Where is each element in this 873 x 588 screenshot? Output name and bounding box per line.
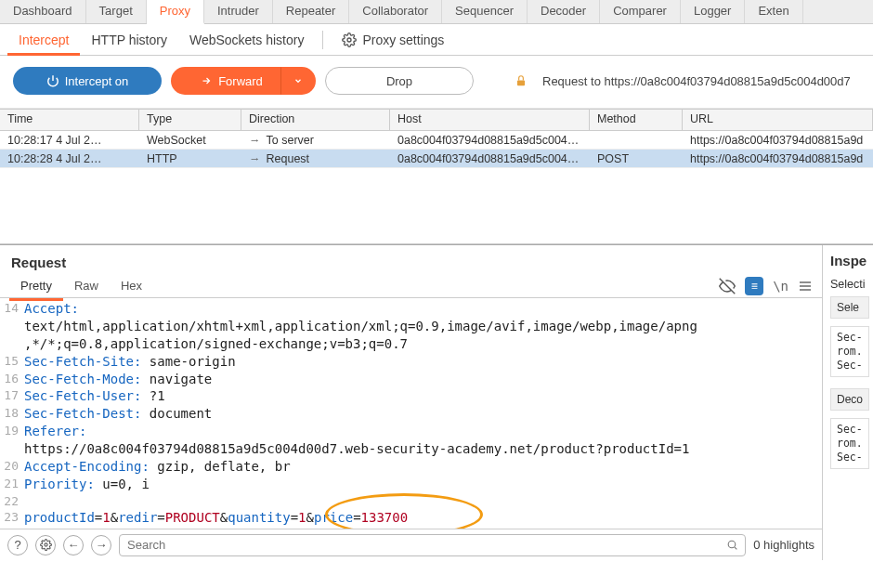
sub-tab-http-history[interactable]: HTTP history [80,27,177,53]
main-tab-collaborator[interactable]: Collaborator [349,0,442,23]
editor-actions: ≡ \n [719,277,813,295]
col-host[interactable]: Host [390,110,590,130]
back-icon[interactable]: ← [63,535,84,555]
proxy-sub-tabs: InterceptHTTP historyWebSockets history … [0,24,873,56]
svg-point-0 [347,38,351,42]
inspector-title: Inspe [830,253,869,268]
code-line: ,*/*;q=0.8,application/signed-exchange;v… [0,335,822,353]
inspector-decoded-header: Deco [830,388,869,411]
lock-icon [515,74,528,87]
intercept-table: Time Type Direction Host Method URL 10:2… [0,109,873,244]
inspector-decoded-code: Sec- rom. Sec- [830,418,869,469]
separator [322,31,323,49]
proxy-settings-label: Proxy settings [362,33,444,47]
main-tab-intruder[interactable]: Intruder [204,0,273,23]
view-tabs: PrettyRawHex ≡ \n [0,274,822,298]
code-line: 14Accept: [0,300,822,318]
request-title: Request [0,245,822,274]
forward-button-group: Forward [171,67,316,95]
code-line: https://0a8c004f03794d08815a9d5c004d00d7… [0,440,822,458]
request-target-label: Request to https://0a8c004f03794d08815a9… [542,74,860,88]
col-time[interactable]: Time [0,110,139,130]
inspector-selection-header: Sele [830,296,869,319]
main-tab-target[interactable]: Target [86,0,147,23]
power-icon [46,74,59,87]
proxy-settings-link[interactable]: Proxy settings [331,27,455,53]
search-icon[interactable] [726,539,738,551]
forward-button[interactable]: Forward [171,67,292,95]
col-url[interactable]: URL [683,110,873,130]
forward-dropdown-button[interactable] [280,67,316,95]
settings-icon[interactable] [35,535,56,555]
main-tab-comparer[interactable]: Comparer [600,0,681,23]
table-row[interactable]: 10:28:28 4 Jul 2…HTTP→Request0a8c004f037… [0,150,873,168]
editor-footer: ? ← → 0 highlights [0,529,822,560]
code-line: 16Sec-Fetch-Mode: navigate [0,371,822,388]
request-body-editor[interactable]: 14Accept:text/html,application/xhtml+xml… [0,298,822,529]
code-line: 21Priority: u=0, i [0,476,822,493]
arrow-right-icon [200,75,213,86]
request-panel: Request PrettyRawHex ≡ \n 14Accept:text/… [0,244,873,560]
sub-tab-websockets-history[interactable]: WebSockets history [178,27,315,53]
main-tab-sequencer[interactable]: Sequencer [442,0,528,23]
inspector-selection-label: Selecti [830,278,869,291]
inspector-panel: Inspe Selecti Sele Sec- rom. Sec- Deco S… [823,245,873,560]
svg-rect-2 [517,80,525,85]
request-editor: Request PrettyRawHex ≡ \n 14Accept:text/… [0,245,823,560]
search-input[interactable] [119,534,746,556]
forward-label: Forward [218,74,263,88]
view-tab-pretty[interactable]: Pretty [9,276,63,301]
intercept-toggle-button[interactable]: Intercept on [13,67,162,95]
intercept-label: Intercept on [65,74,129,88]
gear-icon [342,33,357,47]
table-header: Time Type Direction Host Method URL [0,109,873,131]
main-tab-dashboard[interactable]: Dashboard [0,0,86,23]
view-tab-hex[interactable]: Hex [110,276,153,298]
code-line: 23productId=1&redir=PRODUCT&quantity=1&p… [0,509,822,527]
main-tab-proxy[interactable]: Proxy [147,0,204,24]
forward-icon[interactable]: → [91,535,111,555]
main-tab-repeater[interactable]: Repeater [273,0,349,23]
code-line: 17Sec-Fetch-User: ?1 [0,387,822,405]
main-tab-decoder[interactable]: Decoder [528,0,600,23]
help-icon[interactable]: ? [7,535,28,555]
col-type[interactable]: Type [139,110,241,130]
main-tab-exten[interactable]: Exten [745,0,802,23]
svg-point-8 [728,541,736,548]
col-direction[interactable]: Direction [241,110,390,130]
col-method[interactable]: Method [590,110,683,130]
drop-button[interactable]: Drop [325,67,474,95]
view-tab-raw[interactable]: Raw [63,276,110,298]
main-tab-logger[interactable]: Logger [681,0,745,23]
visibility-off-icon[interactable] [719,278,736,294]
newline-icon[interactable]: \n [773,279,788,294]
sub-tab-intercept[interactable]: Intercept [7,27,80,56]
drop-label: Drop [386,74,412,88]
main-tabs: DashboardTargetProxyIntruderRepeaterColl… [0,0,873,24]
svg-point-7 [44,543,46,546]
inspector-selection-code: Sec- rom. Sec- [830,326,869,377]
code-line: text/html,application/xhtml+xml,applicat… [0,318,822,335]
code-line: 20Accept-Encoding: gzip, deflate, br [0,458,822,476]
search-wrap [119,534,746,556]
code-line: 18Sec-Fetch-Dest: document [0,405,822,423]
code-line: 19Referer: [0,423,822,440]
table-row[interactable]: 10:28:17 4 Jul 2…WebSocket→To server0a8c… [0,131,873,150]
intercept-toolbar: Intercept on Forward Drop Request to htt… [0,56,873,109]
code-line: 22 [0,493,822,510]
chevron-down-icon [293,76,303,85]
svg-line-9 [735,547,736,549]
render-icon[interactable]: ≡ [745,277,763,295]
code-line: 15Sec-Fetch-Site: same-origin [0,353,822,371]
menu-icon[interactable] [798,279,813,294]
highlight-count: 0 highlights [753,538,814,552]
